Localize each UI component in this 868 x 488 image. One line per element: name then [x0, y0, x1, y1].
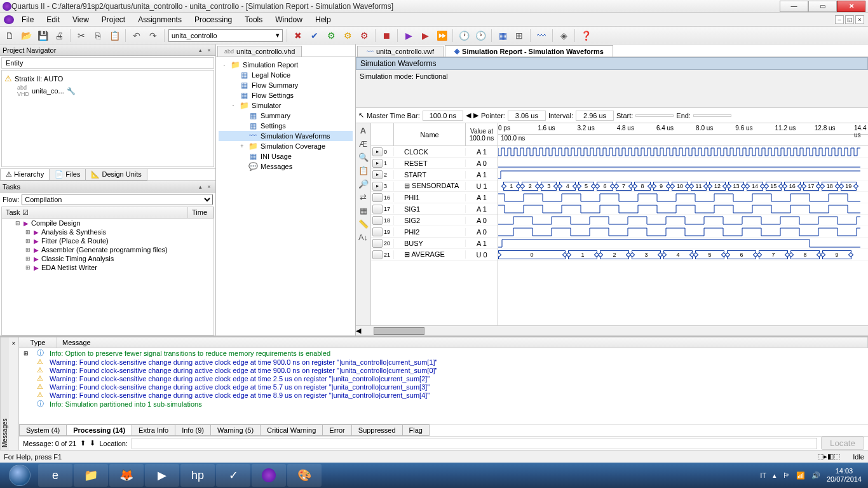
project-tree[interactable]: ⚠Stratix II: AUTO abdVHDunita_co...🔧 — [1, 70, 214, 167]
timebar-left-icon[interactable]: ◀ — [466, 111, 471, 119]
signal-row[interactable]: 16PHI1A 1 — [371, 192, 498, 203]
task-row[interactable]: ⊞▶Classic Timing Analysis — [2, 254, 214, 263]
menu-project[interactable]: Project — [97, 14, 130, 25]
entity-name[interactable]: unita_co... — [32, 87, 64, 95]
mdi-close-button[interactable]: × — [855, 15, 864, 24]
menu-edit[interactable]: Edit — [41, 14, 65, 25]
panel-pin-icon[interactable]: ▴ — [196, 47, 204, 53]
menu-assignments[interactable]: Assignments — [133, 14, 187, 25]
message-row[interactable]: ⚠Warning: Found clock-sensitive change d… — [19, 383, 868, 391]
taskbar-clock[interactable]: 14:03 20/07/2014 — [827, 467, 862, 484]
taskbar-firefox-icon[interactable]: 🦊 — [109, 464, 144, 487]
check-icon[interactable]: ✔ — [308, 29, 322, 43]
signal-row[interactable]: ▸3⊞ SENSORDATAU 1 — [371, 180, 498, 192]
signal-row[interactable]: ▸0CLOCKA 1 — [371, 146, 498, 158]
vwf-tab[interactable]: 〰unita_controllo.vwf — [357, 46, 444, 57]
print-icon[interactable]: 🖨 — [52, 29, 66, 43]
menu-processing[interactable]: Processing — [189, 14, 237, 25]
report-tree-item[interactable]: +📁Simulation Coverage — [219, 141, 353, 151]
messages-grid[interactable]: Type Message ⊞ⓘInfo: Option to preserve … — [19, 337, 868, 424]
report-tree-item[interactable]: 💬Messages — [219, 161, 353, 172]
task-row[interactable]: ⊞▶Analysis & Synthesis — [2, 227, 214, 236]
chip-icon[interactable]: ▦ — [496, 29, 510, 43]
play-stop-icon[interactable]: ▶ — [418, 29, 432, 43]
report-tree-item[interactable]: ▦Legal Notice — [219, 70, 353, 80]
schematic-icon[interactable]: ⊞ — [512, 29, 526, 43]
fast-forward-icon[interactable]: ⏩ — [435, 29, 449, 43]
task-row[interactable]: ⊞▶EDA Netlist Writer — [2, 263, 214, 272]
taskbar-hp-icon[interactable]: hp — [180, 464, 215, 487]
taskbar-media-icon[interactable]: ▶ — [145, 464, 179, 487]
timebar-right-icon[interactable]: ▶ — [473, 111, 478, 119]
ruler-tool-icon[interactable]: 📏 — [358, 219, 369, 229]
vhd-tab[interactable]: abdunita_controllo.vhd — [217, 46, 302, 57]
help-icon[interactable]: ❓ — [579, 29, 593, 43]
tray-volume-icon[interactable]: 🔊 — [811, 471, 820, 480]
redo-icon[interactable]: ↷ — [146, 29, 160, 43]
sort-tool-icon[interactable]: A↓ — [358, 233, 368, 242]
menu-view[interactable]: View — [67, 14, 94, 25]
message-tab[interactable]: Suppressed — [351, 424, 403, 436]
start-value[interactable] — [635, 114, 674, 117]
taskbar-ie-icon[interactable]: e — [38, 464, 72, 487]
menu-help[interactable]: Help — [310, 14, 336, 25]
taskbar-paint-icon[interactable]: 🎨 — [287, 464, 322, 487]
play-icon[interactable]: ▶ — [402, 29, 416, 43]
locate-button[interactable]: Locate — [821, 437, 864, 450]
paste-icon[interactable]: 📋 — [107, 29, 121, 43]
maximize-button[interactable]: ▭ — [808, 1, 837, 12]
messages-close-icon[interactable]: × — [9, 337, 19, 450]
message-tab[interactable]: Warning (5) — [210, 424, 261, 436]
mdi-restore-button[interactable]: ◱ — [845, 15, 854, 24]
menu-tools[interactable]: Tools — [240, 14, 268, 25]
cut-icon[interactable]: ✂ — [74, 29, 88, 43]
zoom-tool-icon[interactable]: 🔍 — [358, 152, 369, 162]
find-tool-icon[interactable]: 🔎 — [358, 179, 369, 189]
signal-row[interactable]: ▸2STARTA 1 — [371, 169, 498, 180]
clipboard-tool-icon[interactable]: 📋 — [358, 166, 369, 175]
ae-tool-icon[interactable]: Æ — [359, 139, 367, 149]
message-tab[interactable]: Extra Info — [132, 424, 175, 436]
message-tab[interactable]: Critical Warning — [260, 424, 323, 436]
taskbar-explorer-icon[interactable]: 📁 — [74, 464, 108, 487]
message-row[interactable]: ⚠Warning: Found clock-sensitive change d… — [19, 374, 868, 383]
report-tree-item[interactable]: ▦Settings — [219, 121, 353, 131]
stop-icon[interactable]: ⏹ — [379, 29, 393, 43]
app-menu-icon[interactable] — [4, 15, 14, 24]
flow-select[interactable]: Compilation — [22, 194, 213, 205]
arrows-tool-icon[interactable]: ⇄ — [360, 193, 367, 202]
message-tab[interactable]: Flag — [402, 424, 430, 436]
clock1-icon[interactable]: 🕐 — [457, 29, 471, 43]
gear3-icon[interactable]: ⚙ — [357, 29, 371, 43]
design-units-tab[interactable]: 📐 Design Units — [85, 169, 147, 180]
signal-row[interactable]: 19PHI2A 0 — [371, 226, 498, 238]
message-row[interactable]: ⊞ⓘInfo: Option to preserve fewer signal … — [19, 348, 868, 358]
message-tab[interactable]: Info (9) — [175, 424, 211, 436]
gear2-icon[interactable]: ⚙ — [341, 29, 355, 43]
report-tree-item[interactable]: ▦Flow Summary — [219, 80, 353, 90]
menu-window[interactable]: Window — [270, 14, 308, 25]
copy-icon[interactable]: ⎘ — [91, 29, 105, 43]
message-row[interactable]: ⚠Warning: Found clock-sensitive change d… — [19, 391, 868, 399]
signal-row[interactable]: ▸1RESETA 0 — [371, 158, 498, 169]
menu-file[interactable]: File — [17, 14, 39, 25]
taskbar-quartus-icon[interactable] — [252, 464, 286, 487]
panel-close-icon[interactable]: × — [205, 47, 213, 53]
message-tab[interactable]: Processing (14) — [66, 424, 132, 436]
tray-flag-icon[interactable]: 🏳 — [783, 471, 790, 479]
text-tool-icon[interactable]: A — [360, 126, 366, 135]
open-icon[interactable]: 📂 — [19, 29, 33, 43]
message-row[interactable]: ⓘInfo: Simulation partitioned into 1 sub… — [19, 399, 868, 409]
panel-pin-icon[interactable]: ▴ — [196, 184, 204, 190]
lang-indicator[interactable]: IT — [760, 471, 766, 479]
end-value[interactable] — [693, 114, 731, 117]
mdi-minimize-button[interactable]: – — [835, 15, 844, 24]
project-combo[interactable]: unita_controllo▾ — [168, 29, 283, 42]
report-tree-item[interactable]: -📁Simulation Report — [219, 60, 353, 70]
hierarchy-tab[interactable]: ⚠ Hierarchy — [0, 169, 50, 180]
signal-row[interactable]: 20BUSYA 1 — [371, 238, 498, 249]
tasks-table[interactable]: Task ☑ Time ⊟▶Compile Design⊞▶Analysis &… — [1, 207, 214, 336]
timebar-value[interactable]: 100.0 ns — [423, 111, 463, 121]
message-row[interactable]: ⚠Warning: Found clock-sensitive change d… — [19, 366, 868, 374]
signal-row[interactable]: 18SIG2A 0 — [371, 215, 498, 226]
